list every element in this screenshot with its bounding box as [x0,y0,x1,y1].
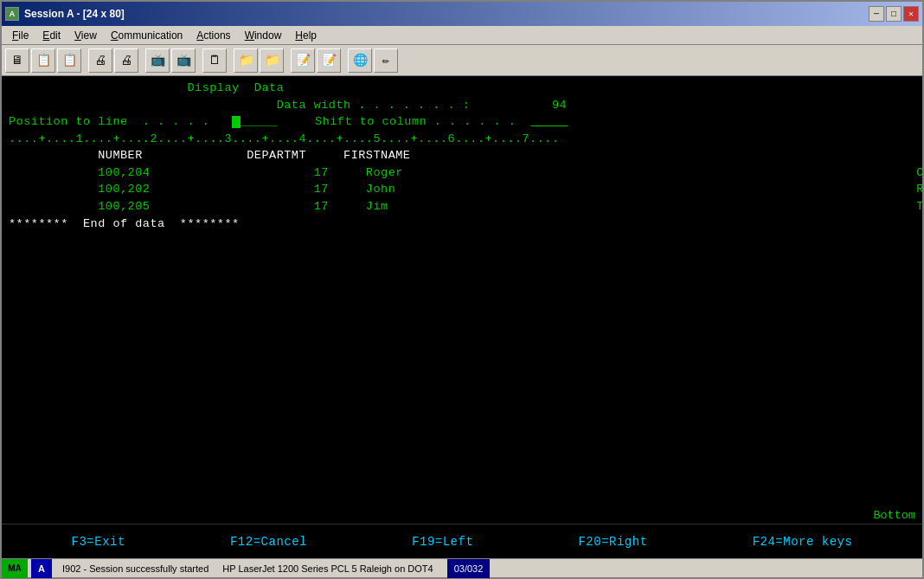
terminal-line-6: 100,202 17 John Redhead [9,181,915,198]
close-button[interactable]: ✕ [903,6,919,22]
terminal-line-5: 100,204 17 Roger Carr [9,164,915,182]
bottom-label: Bottom [873,509,915,522]
menu-file[interactable]: File [5,28,35,43]
fkey-f19[interactable]: F19=Left [412,535,473,549]
toolbar: 🖥 📋 📋 🖨 🖨 📺 📺 🗒 📁 📁 📝 📝 🌐 ✏ [2,45,922,76]
function-keys-bar: F3=Exit F12=Cancel F19=Left F20=Right F2… [2,524,922,558]
toolbar-btn-9[interactable]: 📁 [234,48,258,73]
terminal-line-4: NUMBER DEPARTMT FIRSTNAME LASTNAME [9,147,915,164]
title-bar: A Session A - [24 x 80] ─ □ ✕ [2,2,922,26]
bottom-status-bar: MA A I902 - Session successfully started… [2,558,922,577]
menu-edit[interactable]: Edit [35,28,67,43]
window-icon: A [5,7,19,21]
menu-bar: File Edit View Communication Actions Win… [2,26,922,45]
status-printer: HP LaserJet 1200 Series PCL 5 Raleigh on… [215,563,440,574]
main-window: A Session A - [24 x 80] ─ □ ✕ File Edit … [0,0,924,579]
toolbar-btn-5[interactable]: 🖨 [114,48,138,73]
toolbar-btn-11[interactable]: 📝 [291,48,315,73]
menu-communication[interactable]: Communication [104,28,189,43]
fkey-f3[interactable]: F3=Exit [72,535,125,549]
terminal-line-7: 100,205 17 Jim Thompson [9,198,915,216]
menu-view[interactable]: View [67,28,104,43]
toolbar-btn-10[interactable]: 📁 [260,48,284,73]
toolbar-btn-6[interactable]: 📺 [145,48,170,73]
terminal-line-8: ******** End of data ******** [9,216,915,233]
toolbar-btn-14[interactable]: ✏ [374,48,398,73]
menu-help[interactable]: Help [288,28,324,43]
status-left: MA A I902 - Session successfully started [2,559,215,577]
title-bar-left: A Session A - [24 x 80] [5,7,125,21]
terminal-screen[interactable]: Display Data Data width . . . . . . . : … [2,76,922,524]
terminal-line-3: ....+....1....+....2....+....3....+....4… [9,131,915,148]
toolbar-btn-2[interactable]: 📋 [31,48,55,73]
window-title: Session A - [24 x 80] [24,8,125,20]
menu-window[interactable]: Window [238,28,289,43]
menu-actions[interactable]: Actions [189,28,237,43]
terminal-line-1: Data width . . . . . . . : 94 [9,97,915,114]
toolbar-btn-12[interactable]: 📝 [317,48,341,73]
toolbar-btn-3[interactable]: 📋 [57,48,81,73]
fkey-f12[interactable]: F12=Cancel [230,535,307,549]
toolbar-btn-1[interactable]: 🖥 [5,48,29,73]
fkey-f20[interactable]: F20=Right [578,535,647,549]
title-controls: ─ □ ✕ [869,6,919,22]
maximize-button[interactable]: □ [886,6,902,22]
toolbar-btn-7[interactable]: 📺 [171,48,196,73]
toolbar-btn-8[interactable]: 🗒 [202,48,227,73]
toolbar-btn-13[interactable]: 🌐 [348,48,372,73]
toolbar-btn-4[interactable]: 🖨 [88,48,112,73]
status-session: A [31,559,52,578]
fkey-f24[interactable]: F24=More keys [753,535,853,549]
minimize-button[interactable]: ─ [869,6,884,22]
terminal-line-2: Position to line . . . . . _____ Shift t… [9,113,915,131]
status-indicator: MA [2,559,28,578]
terminal-line-0: Display Data [9,80,915,97]
status-message: I902 - Session successfully started [55,563,215,574]
status-page: 03/032 [447,559,491,578]
